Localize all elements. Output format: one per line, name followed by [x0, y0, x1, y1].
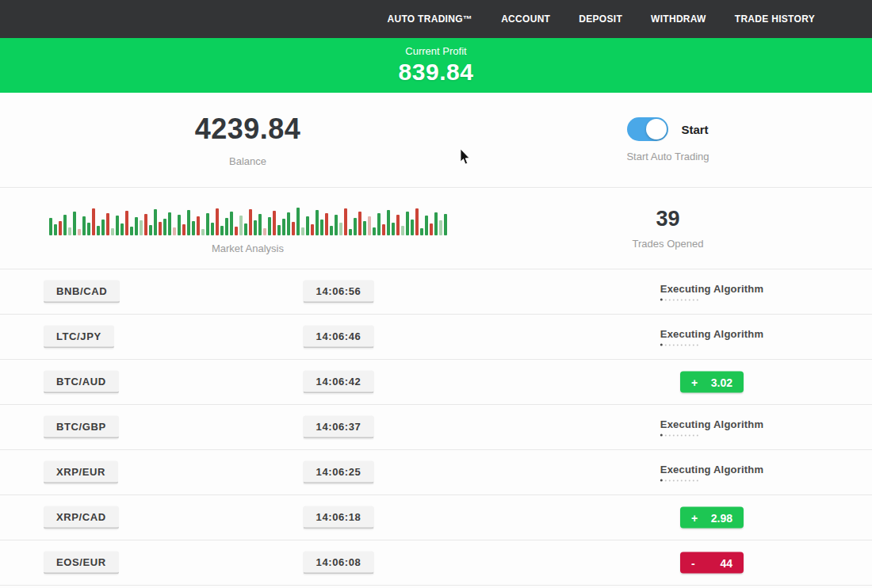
dot [660, 479, 663, 482]
trade-result-value: 44 [720, 556, 732, 569]
market-bar [292, 222, 295, 235]
dot [685, 344, 687, 346]
trade-result-sign: + [691, 376, 698, 388]
market-bar [230, 212, 233, 235]
market-bar [182, 224, 185, 235]
market-bar [101, 220, 105, 235]
market-bar [159, 222, 162, 235]
market-bar [325, 213, 328, 235]
dot [677, 479, 679, 481]
market-bar [254, 220, 257, 235]
dot [660, 434, 663, 437]
auto-trading-block: Start Start Auto Trading [464, 93, 872, 187]
market-bar [335, 215, 338, 235]
dot [660, 344, 663, 346]
market-bar [382, 224, 385, 235]
market-bar [316, 210, 319, 235]
market-bar [63, 215, 67, 235]
market-bar [444, 214, 447, 235]
market-bar [387, 210, 390, 235]
market-bar [396, 215, 400, 235]
market-bar [173, 227, 176, 235]
market-bar [54, 224, 57, 235]
market-bar [249, 209, 252, 235]
executing-algorithm-label: Executing Algorithm [660, 418, 763, 430]
top-nav: AUTO TRADING™ACCOUNTDEPOSITWITHDRAWTRADE… [0, 0, 872, 38]
balance-value: 4239.84 [195, 113, 301, 146]
market-bar [277, 225, 281, 235]
dot [689, 299, 690, 300]
trade-status: + 2.98 [680, 507, 744, 529]
market-bar [120, 223, 124, 235]
dot [685, 479, 687, 481]
dot [673, 479, 675, 481]
dot [660, 299, 663, 301]
trades-opened-value: 39 [656, 207, 679, 231]
market-bar [273, 211, 276, 235]
trade-row: XRP/CAD 14:06:18 + 2.98 [0, 495, 872, 540]
market-bar [178, 215, 181, 235]
market-bar [373, 227, 376, 235]
progress-dots-icon [660, 434, 763, 437]
market-bar [258, 214, 262, 235]
dot [697, 479, 698, 481]
market-analysis-block: Market Analysis [0, 188, 464, 269]
market-bar [192, 221, 195, 235]
trade-pair-pill: EOS/EUR [44, 552, 119, 575]
market-bar [425, 216, 428, 235]
progress-dots-icon [660, 479, 763, 482]
market-bar [354, 218, 357, 235]
market-bar [244, 223, 247, 235]
nav-item-account[interactable]: ACCOUNT [501, 13, 550, 25]
executing-algorithm-label: Executing Algorithm [660, 464, 763, 475]
nav-item-deposit[interactable]: DEPOSIT [579, 13, 622, 25]
trade-result-sign: + [691, 511, 698, 524]
market-analysis-label: Market Analysis [212, 242, 284, 254]
market-bar [106, 213, 109, 235]
market-bar [140, 220, 143, 235]
dot [697, 299, 698, 300]
market-bar [220, 226, 224, 235]
toggle-label: Start [681, 123, 708, 136]
trade-result-badge: + 2.98 [680, 507, 744, 529]
market-bar [49, 218, 52, 235]
market-bar [406, 212, 409, 235]
market-bar [268, 217, 271, 235]
trade-status: Executing Algorithm [660, 283, 763, 301]
market-bar [211, 223, 214, 235]
dot [677, 344, 679, 346]
market-bar [320, 220, 323, 235]
toggle-caption: Start Auto Trading [626, 151, 709, 162]
dot [693, 479, 694, 481]
dot [689, 344, 690, 346]
nav-item-trade-history[interactable]: TRADE HISTORY [735, 13, 815, 25]
market-bar [135, 217, 138, 235]
dot [681, 299, 683, 300]
market-bar [235, 227, 238, 235]
dot [677, 434, 679, 436]
market-bar [368, 216, 371, 235]
trade-pair-pill: BNB/CAD [44, 281, 120, 304]
dot [681, 434, 683, 436]
auto-trading-toggle[interactable] [627, 117, 668, 141]
trade-row: BTC/GBP 14:06:37 Executing Algorithm [0, 405, 872, 450]
market-bar [358, 212, 361, 235]
nav-item-withdraw[interactable]: WITHDRAW [651, 13, 706, 25]
dot [677, 299, 679, 300]
market-bar [363, 221, 366, 235]
trade-status: Executing Algorithm [660, 464, 763, 482]
market-bar [125, 211, 128, 235]
market-bar [306, 216, 309, 235]
dot [685, 299, 687, 300]
nav-item-auto-trading[interactable]: AUTO TRADING™ [387, 13, 472, 25]
trade-status: - 44 [680, 552, 744, 574]
dot [673, 299, 675, 300]
market-bar [349, 229, 352, 235]
trade-pair-pill: XRP/CAD [44, 506, 119, 529]
market-bar [97, 226, 100, 235]
dot [689, 479, 690, 481]
market-bar [92, 208, 95, 235]
dot [697, 434, 698, 436]
trade-row: BNB/CAD 14:06:56 Executing Algorithm [0, 269, 872, 315]
market-bar [344, 208, 347, 235]
